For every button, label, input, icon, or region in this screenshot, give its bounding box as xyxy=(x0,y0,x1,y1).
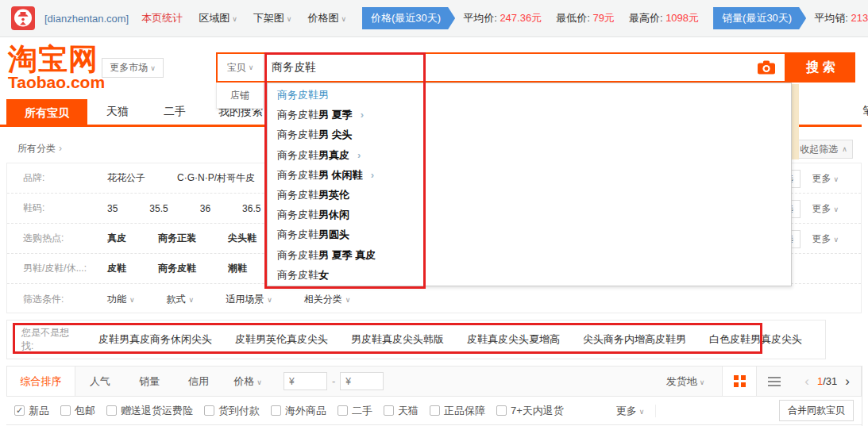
filter-label: 品牌: xyxy=(23,171,107,185)
more-link[interactable]: 更多∨ xyxy=(812,172,839,186)
filter-value[interactable]: C·G·N·P/村哥牛皮 xyxy=(177,171,255,185)
price-max-input[interactable] xyxy=(340,372,384,390)
sort-popularity-tab[interactable]: 人气 xyxy=(75,374,125,389)
page-stats-link[interactable]: 本页统计 xyxy=(141,11,183,25)
search-box: 宝贝∨ xyxy=(216,52,786,83)
sort-price-tab[interactable]: 价格∨ xyxy=(223,374,272,389)
caret-down-icon: ∨ xyxy=(833,236,839,244)
related-link[interactable]: 皮鞋真皮尖头夏增高 xyxy=(467,332,560,347)
filter-dropdown[interactable]: 功能∨ xyxy=(107,293,135,306)
suggestion-item[interactable]: 商务皮鞋男圆头 xyxy=(268,225,791,244)
related-link[interactable]: 尖头商务内增高皮鞋男 xyxy=(583,332,686,347)
next-page-icon[interactable]: › xyxy=(845,374,850,390)
checkbox-overseas[interactable]: 海外商品 xyxy=(271,404,326,418)
max-price: 最高价: 1098元 xyxy=(629,11,699,25)
checkbox-icon xyxy=(338,405,348,416)
checkbox-icon xyxy=(60,405,71,416)
filter-value[interactable]: 36.5 xyxy=(242,203,260,214)
sort-credit-tab[interactable]: 信用 xyxy=(174,374,223,389)
divider xyxy=(655,405,656,417)
checkbox-icon xyxy=(204,405,214,416)
price-chart-menu[interactable]: 价格图∨ xyxy=(307,11,346,25)
checkbox-free-shipping[interactable]: 包邮 xyxy=(60,404,95,418)
filter-dropdown[interactable]: 适用场景∨ xyxy=(226,293,272,306)
caret-down-icon: ∨ xyxy=(287,15,292,23)
sort-sales-tab[interactable]: 销量 xyxy=(125,374,174,389)
filter-value[interactable]: 皮鞋 xyxy=(107,262,126,275)
current-page: 1 xyxy=(817,375,823,387)
tab-all-items[interactable]: 所有宝贝 xyxy=(6,99,87,127)
filter-value[interactable]: 潮鞋 xyxy=(228,262,247,275)
related-link[interactable]: 皮鞋男真皮商务休闲尖头 xyxy=(98,332,212,347)
max-price-value: 1098元 xyxy=(665,12,699,24)
related-link[interactable]: 男皮鞋真皮尖头韩版 xyxy=(351,332,444,347)
pagination: ‹ 1 /31 › xyxy=(804,374,850,390)
camera-search-icon[interactable] xyxy=(758,60,775,75)
more-filters-link[interactable]: 更多∨ xyxy=(616,404,645,418)
all-categories-link[interactable]: 所有分类› xyxy=(17,142,62,155)
suggestion-item[interactable]: 商务皮鞋女 xyxy=(268,265,791,285)
filter-value[interactable]: 35.5 xyxy=(149,203,168,214)
taobao-logo[interactable]: 淘宝网 Taobao.com xyxy=(8,44,105,90)
arrow-right-icon: › xyxy=(361,109,364,121)
collapse-filters-button[interactable]: 收起筛选∧ xyxy=(794,140,853,159)
suggestion-item[interactable]: 商务皮鞋男 尖头 xyxy=(268,125,791,144)
search-type-option-shop[interactable]: 店铺 xyxy=(216,83,264,109)
sort-default-tab[interactable]: 综合排序 xyxy=(7,367,75,396)
filter-value[interactable]: 商务皮鞋 xyxy=(158,262,196,275)
checkbox-icon xyxy=(384,405,394,416)
filter-dropdown[interactable]: 款式∨ xyxy=(167,293,195,306)
related-link[interactable]: 白色皮鞋男真皮尖头 xyxy=(709,332,802,347)
filter-dropdown[interactable]: 相关分类∨ xyxy=(304,293,351,306)
suggestion-item[interactable]: 商务皮鞋男休闲 xyxy=(268,205,791,225)
more-link[interactable]: 更多∨ xyxy=(812,202,839,216)
checkbox-tmall[interactable]: 天猫 xyxy=(384,404,419,418)
checkbox-icon xyxy=(106,405,117,416)
detective-logo-icon xyxy=(11,6,35,30)
filter-label: 选购热点: xyxy=(23,232,107,245)
suggestion-item[interactable]: 商务皮鞋男 xyxy=(268,85,791,105)
filter-value[interactable]: 商务正装 xyxy=(158,232,196,245)
checkbox-secondhand[interactable]: 二手 xyxy=(338,404,372,418)
filter-value[interactable]: 真皮 xyxy=(107,232,126,245)
checkbox-cod[interactable]: 货到付款 xyxy=(204,404,260,418)
filter-value[interactable]: 尖头鞋 xyxy=(228,232,257,245)
price-min-input[interactable] xyxy=(284,372,327,390)
arrow-right-icon: › xyxy=(357,149,361,161)
delist-chart-menu[interactable]: 下架图∨ xyxy=(253,11,292,25)
caret-down-icon: ∨ xyxy=(700,378,705,386)
filter-value[interactable]: 35 xyxy=(107,203,118,214)
search-button[interactable]: 搜 索 xyxy=(786,52,855,83)
suggestion-item[interactable]: 商务皮鞋男 夏季› xyxy=(268,105,791,125)
merge-same-items-button[interactable]: 合并同款宝贝 xyxy=(779,400,854,421)
tab-secondhand[interactable]: 二手 xyxy=(159,99,191,125)
grid-view-button[interactable] xyxy=(722,367,757,396)
suggestion-item[interactable]: 商务皮鞋男 夏季 真皮 xyxy=(268,245,791,265)
min-price: 最低价: 79元 xyxy=(556,11,615,25)
checkbox-return-insurance[interactable]: 赠送退货运费险 xyxy=(106,404,193,418)
tab-tmall[interactable]: 天猫 xyxy=(102,99,133,125)
grid-view-icon xyxy=(734,375,746,387)
extension-toolbar: [dianzhentan.com] 本页统计 区域图∨ 下架图∨ 价格图∨ 价格… xyxy=(0,0,868,37)
site-link[interactable]: [dianzhentan.com] xyxy=(44,13,129,25)
search-input[interactable] xyxy=(264,54,758,81)
search-type-select[interactable]: 宝贝∨ xyxy=(218,54,264,81)
caret-down-icon: ∨ xyxy=(341,15,346,23)
checkbox-authentic[interactable]: 正品保障 xyxy=(430,404,485,418)
ship-from-dropdown[interactable]: 发货地∨ xyxy=(666,374,705,389)
suggestion-item[interactable]: 商务皮鞋男英伦 xyxy=(268,185,791,205)
prev-page-icon[interactable]: ‹ xyxy=(804,374,809,390)
related-link[interactable]: 皮鞋男英伦真皮尖头 xyxy=(235,332,328,347)
total-pages: /31 xyxy=(823,375,837,387)
more-link[interactable]: 更多∨ xyxy=(812,232,839,246)
list-view-button[interactable] xyxy=(757,367,792,396)
more-markets-dropdown[interactable]: 更多市场∨ xyxy=(102,58,164,78)
checkbox-7day-return[interactable]: 7+天内退货 xyxy=(496,404,564,418)
region-chart-menu[interactable]: 区域图∨ xyxy=(199,11,237,25)
filter-value[interactable]: 36 xyxy=(200,203,210,214)
checkbox-new[interactable]: ✓新品 xyxy=(14,404,49,418)
caret-down-icon: ∨ xyxy=(345,296,351,304)
suggestion-item[interactable]: 商务皮鞋男真皮› xyxy=(268,145,791,165)
filter-value[interactable]: 花花公子 xyxy=(107,171,145,185)
suggestion-item[interactable]: 商务皮鞋男 休闲鞋› xyxy=(268,165,791,185)
